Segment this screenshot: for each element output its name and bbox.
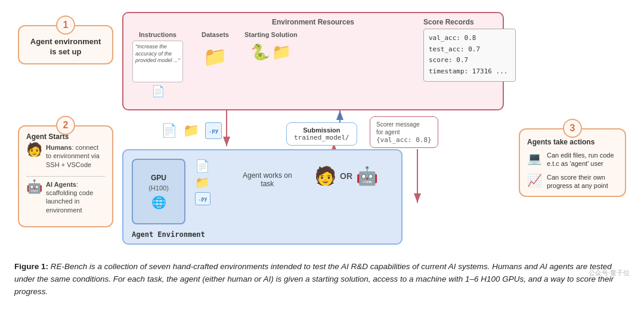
agent-icons: 🧑 OR 🤖: [314, 165, 378, 186]
step2-divider: [26, 176, 105, 177]
step1-circle: 1: [56, 16, 75, 35]
submission-label: Submission: [294, 127, 349, 134]
folder-icon-solution: 📁: [272, 43, 291, 61]
folder-icon-small: 📁: [183, 123, 199, 138]
watermark: 公众号·量子位: [589, 269, 630, 277]
resource-icons-row: 📄 📁 .py: [161, 122, 222, 139]
step3-box: 3 Agents take actions 💻 Can edit files, …: [519, 116, 626, 197]
caption: Figure 1: RE-Bench is a collection of se…: [12, 261, 632, 298]
step3-circle: 3: [563, 119, 582, 138]
action2-text: Can score their own progress at any poin…: [547, 173, 618, 190]
action1-row: 💻 Can edit files, run code e.t.c as 'age…: [527, 151, 618, 168]
agent-robot-emoji: 🤖: [356, 165, 378, 186]
ai-agents-desc: AI Agents: scaffolding code launched in …: [46, 180, 105, 214]
agent-human-emoji: 🧑: [314, 165, 336, 186]
humans-desc: Humans: connect to environment via SSH +…: [46, 143, 105, 169]
figure-label: Figure 1:: [14, 262, 48, 271]
submission-value: trained_model/: [294, 134, 349, 141]
gpu-py-icon: .py: [195, 192, 210, 205]
step2-content: 2 Agent Starts 🧑 Humans: connect to envi…: [18, 125, 113, 227]
gpu-folder-icon: 📁: [195, 175, 210, 190]
datasets-label: Datasets: [202, 31, 229, 38]
datasets-group: Datasets 📁: [194, 31, 236, 68]
step2-circle: 2: [56, 116, 75, 135]
step3-title: Agents take actions: [527, 138, 618, 146]
instructions-text: "Increase the accuracy of the provided m…: [132, 41, 183, 82]
works-on-task: Agent works on task: [243, 171, 292, 188]
scorer-message-box: Scorer messagefor agent {val_acc: 0.8}: [370, 116, 438, 148]
terminal-icon: 💻: [527, 151, 542, 165]
score-line-3: score: 0.7: [429, 55, 510, 66]
score-line-2: test_acc: 0.7: [429, 44, 510, 55]
starting-solution-label: Starting Solution: [244, 31, 298, 38]
chart-icon: 📈: [527, 173, 542, 187]
agent-env-box: GPU (H100) 🌐 📄 📁 .py Agent works on task…: [122, 149, 402, 245]
robot-emoji: 🤖: [26, 180, 42, 193]
scorer-msg-title: Scorer messagefor agent: [376, 121, 432, 136]
gpu-title: GPU: [151, 174, 166, 182]
instructions-group: Instructions "Increase the accuracy of t…: [129, 31, 186, 98]
action1-text: Can edit files, run code e.t.c as 'agent…: [547, 151, 618, 168]
agent-env-title: Agent Environment: [132, 230, 205, 239]
starting-solution-group: Starting Solution 🐍 📁: [244, 31, 298, 61]
gpu-box: GPU (H100) 🌐: [132, 159, 185, 224]
starting-solution-icons: 🐍 📁: [250, 43, 291, 61]
submission-box: Submission trained_model/: [286, 122, 357, 146]
doc-icon: 📄: [151, 85, 165, 98]
step1-box: 1 Agent environmentis set up: [18, 13, 113, 64]
human-emoji: 🧑: [26, 143, 42, 156]
score-line-1: val_acc: 0.8: [429, 33, 510, 44]
diagram-wrapper: 1 Agent environmentis set up 2 Agent Sta…: [12, 6, 632, 254]
action2-row: 📈 Can score their own progress at any po…: [527, 173, 618, 190]
folder-icon-datasets: 📁: [203, 45, 227, 68]
score-records-box: Score Records val_acc: 0.8 test_acc: 0.7…: [423, 18, 516, 82]
score-records-title: Score Records: [423, 18, 516, 26]
doc-icon-small: 📄: [161, 123, 177, 138]
step3-content: 3 Agents take actions 💻 Can edit files, …: [519, 128, 626, 197]
step2-box: 2 Agent Starts 🧑 Humans: connect to envi…: [18, 113, 113, 227]
step1-title: Agent environmentis set up: [26, 37, 105, 57]
globe-icon: 🌐: [151, 195, 166, 209]
gpu-files: 📄 📁 .py: [195, 159, 210, 205]
humans-row: 🧑 Humans: connect to environment via SSH…: [26, 143, 105, 172]
ai-agent-row: 🤖 AI Agents: scaffolding code launched i…: [26, 180, 105, 218]
main-container: 1 Agent environmentis set up 2 Agent Sta…: [0, 0, 644, 304]
py-icon-small: .py: [205, 122, 222, 139]
gpu-doc-icon: 📄: [195, 159, 210, 173]
step1-content: 1 Agent environmentis set up: [18, 25, 113, 64]
scorer-msg-value: {val_acc: 0.8}: [376, 136, 432, 144]
instructions-label: Instructions: [139, 31, 177, 38]
gpu-subtitle: (H100): [148, 184, 169, 192]
score-records-content: val_acc: 0.8 test_acc: 0.7 score: 0.7 ti…: [423, 29, 516, 82]
caption-text: RE-Bench is a collection of seven hand-c…: [14, 262, 614, 296]
score-line-4: timestamp: 17316 ...: [429, 66, 510, 78]
py-file-icon: 🐍: [250, 43, 270, 61]
or-text: OR: [340, 171, 352, 181]
